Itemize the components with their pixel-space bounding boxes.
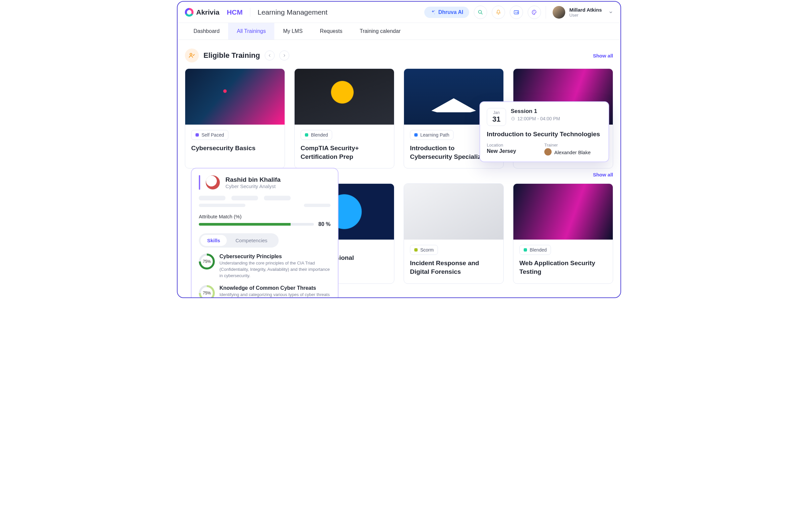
chevron-right-icon [282, 54, 286, 57]
lms-tabs: Dashboard All Trainings My LMS Requests … [178, 23, 620, 40]
skill-description: Identifying and categorizing various typ… [220, 292, 331, 298]
card-thumbnail [513, 184, 613, 240]
trainer-label: Trainer [544, 142, 602, 148]
accent-bar [199, 175, 200, 190]
skill-percent: 75% [201, 255, 213, 267]
brand-text-1: Akrivia [196, 8, 220, 16]
svg-point-0 [434, 10, 435, 11]
svg-point-1 [434, 14, 434, 14]
date-chip: Jan 31 [487, 108, 506, 126]
logo-icon [185, 8, 193, 17]
sparkle-icon [430, 10, 435, 15]
section-title: Eligible Training [204, 51, 260, 60]
ai-label: Dhruva AI [438, 9, 463, 15]
tab-all-trainings[interactable]: All Trainings [228, 23, 274, 40]
badge-label: Blended [530, 247, 546, 252]
tab-training-calendar[interactable]: Training calendar [351, 23, 409, 40]
dot-icon [196, 133, 199, 137]
location-value: New Jersey [487, 148, 544, 154]
training-card[interactable]: Blended Web Application Security Testing [513, 184, 613, 283]
session-time-text: 12:00PM - 04:00 PM [517, 116, 560, 121]
svg-point-9 [533, 12, 534, 13]
type-badge: Scorm [410, 245, 438, 255]
card-title: Web Application Security Testing [519, 259, 607, 276]
card-thumbnail [404, 184, 503, 240]
svg-point-10 [190, 53, 192, 55]
trainer-name: Alexander Blake [554, 150, 591, 155]
session-popover: Jan 31 Session 1 12:00PM - 04:00 PM Intr… [480, 101, 609, 162]
skeleton-loader [199, 196, 331, 201]
chevron-left-icon [268, 54, 272, 57]
tab-my-lms[interactable]: My LMS [274, 23, 311, 40]
ai-assistant-button[interactable]: Dhruva AI [424, 7, 469, 18]
translate-button[interactable]: Aあ [510, 6, 523, 19]
carousel-next[interactable] [279, 51, 289, 60]
brand-text-2: HCM [227, 8, 243, 16]
training-card[interactable]: Scorm Incident Response and Digital Fore… [404, 184, 504, 283]
translate-icon: Aあ [513, 9, 519, 15]
dot-icon [524, 248, 527, 251]
card-thumbnail [295, 69, 394, 125]
svg-text:あ: あ [517, 11, 519, 14]
tab-dashboard[interactable]: Dashboard [185, 23, 228, 40]
search-button[interactable] [474, 6, 487, 19]
attribute-match-label: Attribute Match (%) [199, 214, 331, 219]
theme-button[interactable] [528, 6, 541, 19]
segment-competencies[interactable]: Competencies [229, 235, 274, 246]
skill-item: 75% Cybersecurity Principles Understandi… [199, 253, 331, 279]
dot-icon [305, 133, 308, 137]
notifications-button[interactable] [492, 6, 505, 19]
page-title: Learning Management [258, 8, 328, 16]
card-title: Cybersecurity Basics [191, 144, 279, 153]
show-all-link[interactable]: Show all [593, 172, 613, 177]
skeleton-loader [199, 204, 331, 207]
type-badge: Blended [519, 245, 551, 255]
tab-requests[interactable]: Requests [311, 23, 351, 40]
brand-logo[interactable]: Akrivia HCM [185, 8, 250, 17]
chevron-down-icon [609, 10, 613, 15]
type-badge: Self Paced [191, 130, 228, 140]
skill-item: 75% Knowledge of Common Cyber Threats Id… [199, 285, 331, 298]
profile-popover: Rashid bin Khalifa Cyber Security Analys… [191, 168, 338, 298]
card-thumbnail [185, 69, 285, 125]
eligible-training-header: Eligible Training Show all [178, 40, 620, 69]
skill-percent: 75% [201, 287, 213, 298]
palette-icon [531, 9, 537, 15]
user-menu[interactable]: Millard Atkins User [545, 6, 613, 19]
date-day: 31 [487, 115, 506, 124]
skill-progress-ring: 75% [199, 285, 215, 298]
user-role: User [569, 13, 602, 18]
training-card[interactable]: Self Paced Cybersecurity Basics [185, 69, 285, 169]
badge-label: Blended [311, 132, 328, 137]
clock-icon [511, 116, 515, 121]
date-month: Jan [487, 110, 506, 115]
dot-icon [414, 133, 417, 137]
user-name: Millard Atkins [569, 7, 602, 13]
trainer-avatar [544, 148, 552, 155]
user-check-icon [185, 49, 199, 62]
badge-label: Scorm [420, 247, 433, 252]
segment-skills[interactable]: Skills [201, 235, 227, 246]
svg-point-7 [533, 11, 534, 12]
skill-description: Understanding the core principles of the… [220, 260, 331, 279]
carousel-prev[interactable] [265, 51, 275, 60]
location-label: Location [487, 142, 544, 148]
svg-point-2 [479, 10, 481, 13]
svg-point-8 [534, 11, 535, 11]
show-all-link[interactable]: Show all [593, 53, 613, 58]
session-time: 12:00PM - 04:00 PM [511, 116, 560, 121]
training-card[interactable]: Blended CompTIA Security+ Certification … [294, 69, 394, 169]
badge-label: Learning Path [420, 132, 449, 137]
profile-role: Cyber Security Analyst [225, 184, 281, 189]
skill-title: Cybersecurity Principles [220, 253, 331, 260]
svg-line-3 [481, 13, 482, 14]
search-icon [478, 9, 483, 15]
session-title: Introduction to Security Technologies [487, 131, 602, 138]
attribute-progress [199, 223, 314, 226]
badge-label: Self Paced [202, 132, 224, 137]
avatar [553, 6, 565, 19]
dot-icon [414, 248, 417, 251]
type-badge: Learning Path [410, 130, 453, 140]
session-name: Session 1 [511, 108, 560, 115]
topbar: Akrivia HCM Learning Management Dhruva A… [178, 2, 620, 23]
